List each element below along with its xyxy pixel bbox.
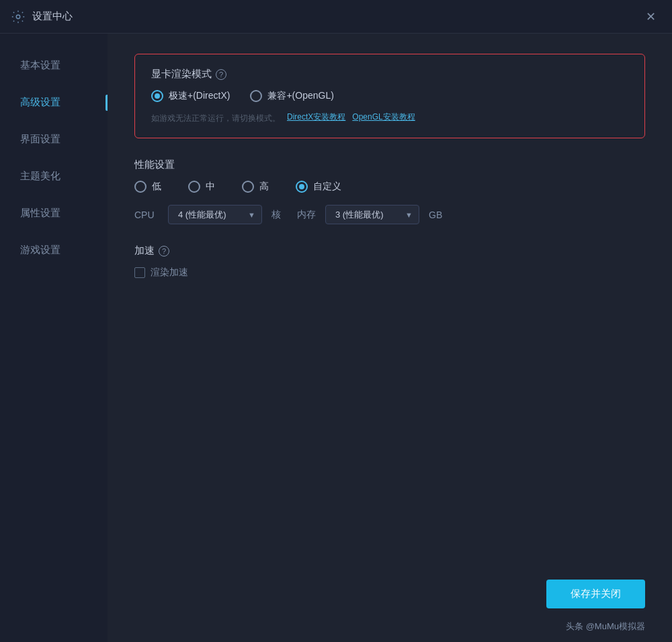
close-button[interactable]: ✕ [640,6,661,28]
radio-directx-label: 极速+(DirectX) [169,90,230,102]
preset-low[interactable]: 低 [134,181,161,193]
sidebar-item-basic[interactable]: 基本设置 [0,47,108,84]
performance-section-title: 性能设置 [134,158,645,171]
mem-select-wrapper: 3 (性能最优) 1 2 4 6 8 ▼ [325,205,419,224]
preset-high-label: 高 [259,181,269,193]
radio-opengl-label: 兼容+(OpenGL) [267,90,333,102]
radio-opengl[interactable]: 兼容+(OpenGL) [250,90,333,102]
radio-directx[interactable]: 极速+(DirectX) [151,90,230,102]
radio-opengl-circle [250,90,262,102]
preset-mid[interactable]: 中 [188,181,215,193]
preset-custom[interactable]: 自定义 [296,181,341,193]
gpu-radio-group: 极速+(DirectX) 兼容+(OpenGL) [151,90,628,102]
render-accel-checkbox[interactable] [134,267,145,278]
preset-high-circle [242,181,254,193]
cpu-memory-row: CPU 4 (性能最优) 1 2 6 8 ▼ 核 内存 3 (性能最优) [134,205,645,224]
render-accel-label: 渲染加速 [151,267,188,279]
mem-select[interactable]: 3 (性能最优) 1 2 4 6 8 [325,205,419,224]
acceleration-section: 加速 ? 渲染加速 [134,244,645,279]
mem-unit-label: GB [429,210,442,220]
acceleration-title: 加速 ? [134,244,645,257]
cpu-select-wrapper: 4 (性能最优) 1 2 6 8 ▼ [168,205,262,224]
preset-low-circle [134,181,146,193]
save-close-button[interactable]: 保存并关闭 [546,580,645,608]
preset-low-label: 低 [152,181,161,193]
preset-mid-label: 中 [206,181,215,193]
performance-preset-row: 低 中 高 自定义 [134,181,645,193]
main-layout: 基本设置 高级设置 界面设置 主题美化 属性设置 游戏设置 显卡渲染模式 ? [0,34,672,642]
sidebar-item-advanced[interactable]: 高级设置 [0,84,108,121]
content-area: 显卡渲染模式 ? 极速+(DirectX) 兼容+(OpenGL) 如游戏无法正… [108,34,672,642]
preset-custom-circle [296,181,308,193]
cpu-select[interactable]: 4 (性能最优) 1 2 6 8 [168,205,262,224]
svg-point-0 [16,15,20,19]
acceleration-help-icon[interactable]: ? [159,246,169,257]
settings-icon [11,9,26,24]
preset-high[interactable]: 高 [242,181,269,193]
gpu-section-title: 显卡渲染模式 ? [151,68,628,81]
preset-custom-label: 自定义 [313,181,341,193]
performance-section: 性能设置 低 中 高 自定义 [134,158,645,224]
sidebar: 基本设置 高级设置 界面设置 主题美化 属性设置 游戏设置 [0,34,108,642]
sidebar-item-games[interactable]: 游戏设置 [0,232,108,269]
gpu-render-section: 显卡渲染模式 ? 极速+(DirectX) 兼容+(OpenGL) 如游戏无法正… [134,54,645,138]
radio-directx-circle [151,90,163,102]
app-title: 设置中心 [32,10,640,23]
directx-tutorial-link[interactable]: DirectX安装教程 [287,111,345,123]
cpu-label: CPU [134,210,159,220]
sidebar-item-interface[interactable]: 界面设置 [0,121,108,158]
watermark: 头条 @MuMu模拟器 [566,621,645,633]
preset-mid-circle [188,181,200,193]
opengl-tutorial-link[interactable]: OpenGL安装教程 [352,111,415,123]
cpu-unit-label: 核 [271,209,281,221]
gpu-help-icon[interactable]: ? [216,69,226,80]
gpu-hint-text: 如游戏无法正常运行，请切换模式。 [151,113,280,124]
sidebar-item-theme[interactable]: 主题美化 [0,158,108,195]
render-accel-row: 渲染加速 [134,267,645,279]
save-button-row: 保存并关闭 [546,580,645,608]
mem-label: 内存 [297,209,316,221]
sidebar-item-properties[interactable]: 属性设置 [0,195,108,232]
title-bar: 设置中心 ✕ [0,0,672,34]
